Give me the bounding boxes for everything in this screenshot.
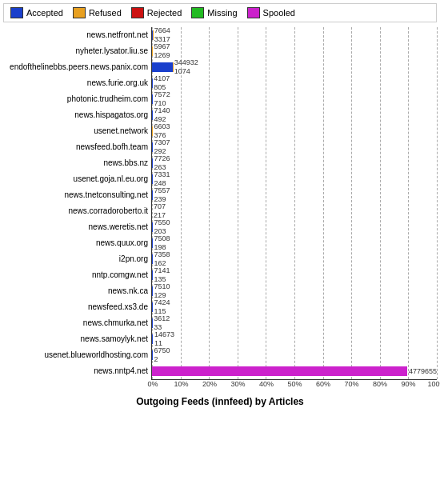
bar-row: 707217 [152,203,437,219]
bar-row: 7307292 [152,139,437,155]
row-label: usenet.network [94,123,150,139]
legend-label-rejected: Rejected [147,8,182,18]
bar-value-primary: 7140 [154,106,170,115]
bar-row: 59671269 [152,43,437,59]
row-label: news.samoylyk.net [81,331,150,347]
bar-values: 76643317 [154,26,170,44]
bar-row: 7726263 [152,155,437,171]
x-axis-label: 20% [202,380,217,388]
bar-row: 1467311 [152,331,437,347]
legend: AcceptedRefusedRejectedMissingSpooled [3,3,437,22]
bar-values: 7726263 [154,154,170,172]
legend-label-spooled: Spooled [263,8,295,18]
bar-values: 3449321074 [174,58,198,76]
bar-value-primary: 4107 [154,74,170,83]
bar-row: 4779655 [152,363,437,379]
row-label: news.bbs.nz [103,155,150,171]
bar-values: 707217 [154,202,166,220]
bar-value-primary: 707 [154,202,166,211]
bar-values: 7508198 [154,234,170,252]
x-axis-label: 80% [373,380,387,388]
bar-values: 7307292 [154,138,170,156]
labels-column: news.netfront.netnyheter.lysator.liu.see… [3,27,151,380]
bar-segment-accepted [152,62,173,72]
x-axis: 0%10%20%30%40%50%60%70%80%90%100% [153,380,437,393]
legend-item-missing: Missing [191,7,237,18]
bar-values: 6603376 [154,122,170,140]
x-axis-label: 40% [259,380,274,388]
bar-values: 7358162 [154,250,170,268]
bar-row: 7572710 [152,91,437,107]
bar-row: 361233 [152,315,437,331]
grid-line-10 [437,27,438,379]
bar-value-primary: 7550 [154,218,170,227]
bar-row: 7557239 [152,187,437,203]
bar-value-primary: 7141 [154,266,170,275]
bar-value-primary: 344932 [174,58,198,67]
x-axis-label: 10% [174,380,188,388]
bar-row: 7141135 [152,267,437,283]
row-label: news.weretis.net [89,219,150,235]
bars-column: 7664331759671269344932107441078057572710… [151,27,437,380]
bar-values: 67502 [154,346,170,364]
legend-item-spooled: Spooled [247,7,295,18]
bar-segment-accepted [152,350,153,360]
row-label: news.netfront.net [86,27,150,43]
bar-value-primary: 7508 [154,234,170,243]
x-axis-label: 100% [427,380,440,388]
bar-row: 7508198 [152,235,437,251]
row-label: news.tnetconsulting.net [64,187,150,203]
bar-segment-accepted [152,302,153,312]
bar-values: 7572710 [154,90,170,108]
bar-value-primary: 7307 [154,138,170,147]
bar-value-primary: 7331 [154,170,170,179]
row-label: news.nntp4.net [94,363,150,379]
bar-value-primary: 4779655 [409,367,437,376]
legend-swatch-missing [191,7,204,18]
bar-row: 6603376 [152,123,437,139]
bar-value-primary: 7557 [154,186,170,195]
bar-value-primary: 7358 [154,250,170,259]
bar-row: 7550203 [152,219,437,235]
row-label: newsfeed.bofh.team [76,139,150,155]
bar-value-primary: 14673 [154,330,174,339]
bar-value-primary: 6603 [154,122,170,131]
row-label: news.quux.org [96,235,150,251]
legend-swatch-refused [73,7,86,18]
bar-segment-accepted [152,222,153,232]
row-label: i2pn.org [119,251,150,267]
bar-values: 7550203 [154,218,170,236]
legend-item-rejected: Rejected [131,7,182,18]
bar-values: 1467311 [154,330,174,348]
bar-row: 7510129 [152,283,437,299]
bar-values: 361233 [154,314,170,332]
chart-container: AcceptedRefusedRejectedMissingSpooled ne… [0,0,440,410]
bar-row: 67502 [152,347,437,363]
bar-values: 4107805 [154,74,170,92]
x-axis-label: 60% [316,380,330,388]
x-axis-label: 50% [287,380,302,388]
bar-values: 4779655 [409,367,437,376]
row-label: news.nk.ca [108,283,150,299]
bar-row: 4107805 [152,75,437,91]
bar-values: 7510129 [154,282,170,300]
bar-segment-accepted [152,238,153,248]
chart-area: news.netfront.netnyheter.lysator.liu.see… [3,27,437,380]
row-label: endofthelinebbs.peers.news.panix.com [10,59,150,75]
legend-swatch-rejected [131,7,144,18]
legend-swatch-spooled [247,7,260,18]
row-label: news.hispagatos.org [74,107,150,123]
row-label: news.furie.org.uk [87,75,150,91]
bar-row: 7140492 [152,107,437,123]
row-label: nyheter.lysator.liu.se [75,43,150,59]
bar-value-primary: 7664 [154,26,170,35]
bar-segment-accepted [152,286,153,296]
bar-value-primary: 7726 [154,154,170,163]
row-label: nntp.comgw.net [92,267,150,283]
legend-item-refused: Refused [73,7,122,18]
x-axis-label: 30% [230,380,245,388]
legend-label-missing: Missing [207,8,237,18]
bar-values: 7140492 [154,106,170,124]
row-label: usenet.goja.nl.eu.org [74,171,150,187]
chart-title: Outgoing Feeds (innfeed) by Articles [3,396,437,407]
